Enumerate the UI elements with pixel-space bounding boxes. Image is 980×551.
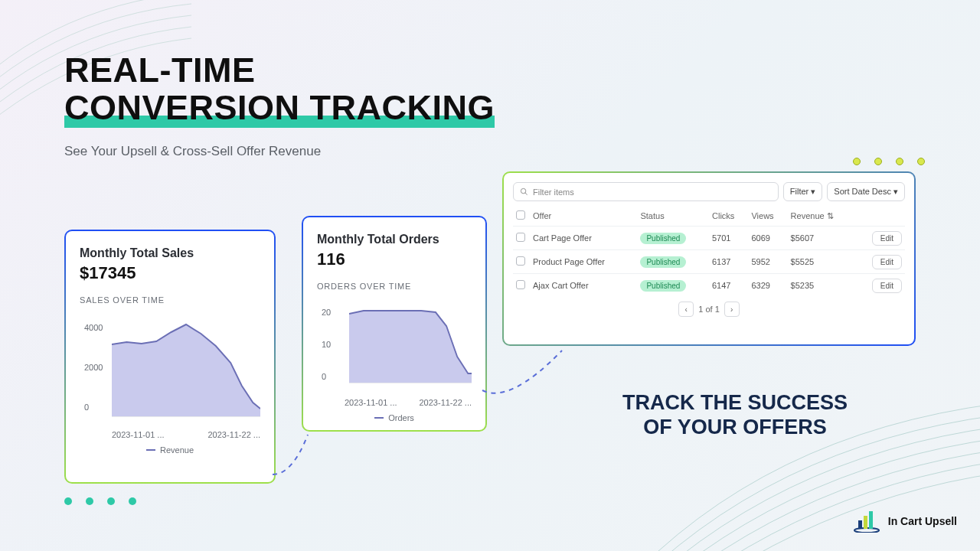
col-views: Views (748, 206, 787, 227)
card-value: 116 (317, 249, 472, 269)
card-title: Monthly Total Orders (317, 233, 472, 246)
connector-icon (270, 429, 315, 482)
y-tick: 20 (322, 308, 331, 317)
cell-revenue: $5235 (788, 274, 855, 298)
legend-swatch-icon (374, 417, 384, 419)
col-clicks: Clicks (709, 206, 748, 227)
row-checkbox[interactable] (516, 280, 525, 289)
status-badge: Published (640, 256, 686, 268)
card-caption: ORDERS OVER TIME (317, 282, 472, 291)
svg-rect-7 (869, 511, 873, 529)
logo-text: In Cart Upsell (888, 515, 957, 527)
y-tick: 4000 (84, 323, 103, 332)
prev-page-button[interactable]: ‹ (678, 302, 694, 317)
y-tick: 0 (322, 372, 326, 381)
cell-revenue: $5525 (788, 250, 855, 274)
dot-icon (129, 497, 136, 505)
x-tick: 2023-11-01 ... (112, 430, 165, 439)
sales-chart: 4000 2000 0 2023-11-01 ... 2023-11-22 ..… (80, 317, 260, 424)
status-badge: Published (640, 280, 686, 292)
headline: REAL-TIME CONVERSION TRACKING (64, 52, 495, 126)
pager-text: 1 of 1 (698, 305, 720, 314)
dot-row-top (853, 158, 925, 165)
card-sales: Monthly Total Sales $17345 SALES OVER TI… (64, 230, 276, 484)
x-tick: 2023-11-01 ... (345, 398, 397, 407)
dot-icon (853, 158, 861, 165)
table-row: Product Page OfferPublished61375952$5525… (513, 250, 905, 274)
cell-clicks: 6137 (709, 250, 748, 274)
svg-line-3 (525, 193, 528, 195)
row-checkbox[interactable] (516, 256, 525, 266)
sort-button[interactable]: Sort Date Desc ▾ (827, 182, 905, 201)
orders-chart: 20 10 0 2023-11-01 ... 2023-11-22 ... (317, 303, 472, 392)
table-row: Cart Page OfferPublished57016069$5607Edi… (513, 227, 905, 250)
legend-label: Revenue (160, 445, 194, 455)
legend: Revenue (80, 445, 260, 455)
search-icon (520, 187, 528, 196)
svg-rect-5 (858, 520, 862, 529)
dot-icon (917, 158, 925, 165)
dot-icon (64, 497, 72, 505)
cell-offer: Cart Page Offer (530, 227, 637, 250)
y-tick: 2000 (84, 363, 103, 372)
dot-icon (896, 158, 903, 165)
dot-icon (86, 497, 93, 505)
filter-input[interactable]: Filter items (513, 182, 779, 201)
cell-clicks: 5701 (709, 227, 748, 250)
cell-offer: Ajax Cart Offer (530, 274, 637, 298)
edit-button[interactable]: Edit (872, 255, 902, 269)
tagline-line2: OF YOUR OFFERS (582, 415, 888, 439)
dot-icon (874, 158, 882, 165)
edit-button[interactable]: Edit (872, 231, 902, 246)
x-tick: 2023-11-22 ... (420, 398, 472, 407)
card-orders: Monthly Total Orders 116 ORDERS OVER TIM… (302, 216, 487, 432)
brand-logo: In Cart Upsell (853, 510, 957, 533)
filter-placeholder: Filter items (533, 187, 574, 197)
dot-row-bottom (64, 497, 136, 505)
subhead: See Your Upsell & Cross-Sell Offer Reven… (64, 144, 321, 159)
x-tick: 2023-11-22 ... (208, 430, 261, 439)
filter-button[interactable]: Filter ▾ (783, 182, 823, 201)
card-table: Filter items Filter ▾ Sort Date Desc ▾ O… (502, 171, 916, 346)
cell-views: 5952 (748, 250, 787, 274)
cell-offer: Product Page Offer (530, 250, 637, 274)
svg-rect-6 (864, 516, 867, 529)
card-title: Monthly Total Sales (80, 246, 260, 260)
logo-icon (853, 510, 880, 533)
row-checkbox[interactable] (516, 233, 525, 242)
legend-swatch-icon (146, 449, 155, 451)
next-page-button[interactable]: › (724, 302, 740, 317)
cell-clicks: 6147 (709, 274, 748, 298)
connector-icon (479, 344, 564, 406)
offers-table: Offer Status Clicks Views Revenue ⇅ Cart… (513, 206, 905, 297)
table-row: Ajax Cart OfferPublished61476329$5235Edi… (513, 274, 905, 298)
card-caption: SALES OVER TIME (80, 295, 260, 305)
pagination: ‹ 1 of 1 › (513, 302, 905, 317)
edit-button[interactable]: Edit (872, 279, 902, 293)
checkbox-all[interactable] (516, 210, 525, 220)
col-offer: Offer (530, 206, 637, 227)
legend: Orders (317, 413, 472, 422)
tagline-line1: TRACK THE SUCCESS (582, 390, 888, 415)
headline-line1: REAL-TIME (64, 51, 255, 90)
col-status: Status (637, 206, 709, 227)
col-revenue: Revenue ⇅ (788, 206, 855, 227)
cell-views: 6069 (748, 227, 787, 250)
headline-line2: CONVERSION TRACKING (64, 90, 495, 127)
cell-views: 6329 (748, 274, 787, 298)
legend-label: Orders (388, 413, 414, 422)
y-tick: 0 (84, 403, 89, 412)
tagline: TRACK THE SUCCESS OF YOUR OFFERS (582, 390, 888, 440)
svg-point-2 (521, 188, 525, 193)
y-tick: 10 (322, 340, 331, 349)
card-value: $17345 (80, 263, 260, 283)
status-badge: Published (640, 233, 686, 244)
dot-icon (107, 497, 115, 505)
cell-revenue: $5607 (788, 227, 855, 250)
